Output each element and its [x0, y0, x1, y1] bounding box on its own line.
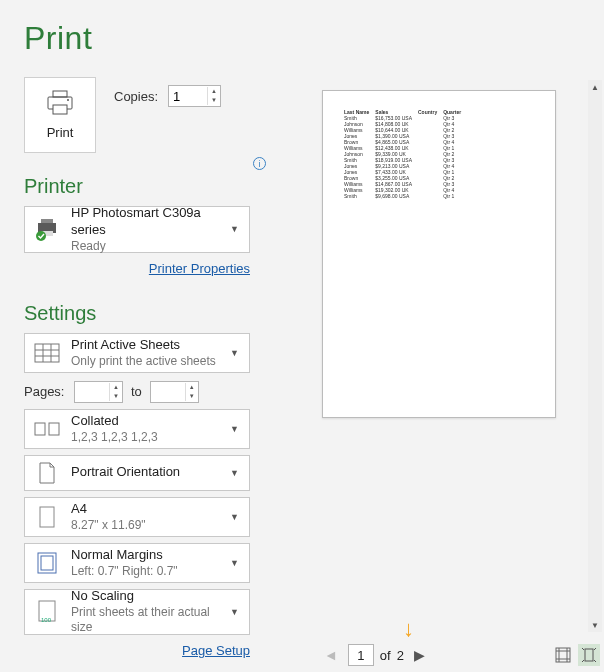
- print-what-main: Print Active Sheets: [71, 337, 218, 354]
- printer-status-icon: [33, 215, 61, 243]
- page-number-input[interactable]: 1: [348, 644, 374, 666]
- margins-main: Normal Margins: [71, 547, 218, 564]
- svg-rect-17: [41, 556, 53, 570]
- scaling-dropdown[interactable]: 100 No Scaling Print sheets at their act…: [24, 589, 250, 635]
- paper-sub: 8.27" x 11.69": [71, 518, 218, 534]
- print-panel: Print Print Copies: ▲▼ Printer i: [0, 0, 290, 672]
- spinner-down-icon[interactable]: ▼: [110, 392, 122, 401]
- svg-point-3: [67, 99, 69, 101]
- svg-rect-0: [53, 91, 67, 97]
- print-button-label: Print: [47, 125, 74, 140]
- page-setup-link[interactable]: Page Setup: [182, 643, 250, 658]
- pages-to-label: to: [129, 384, 144, 399]
- pages-from-spinner[interactable]: ▲▼: [74, 381, 123, 403]
- orientation-main: Portrait Orientation: [71, 464, 218, 481]
- spinner-down-icon[interactable]: ▼: [186, 392, 198, 401]
- chevron-down-icon: ▼: [228, 607, 241, 617]
- printer-dropdown[interactable]: HP Photosmart C309a series Ready ▼: [24, 206, 250, 253]
- print-what-sub: Only print the active sheets: [71, 354, 218, 370]
- pages-to-spinner[interactable]: ▲▼: [150, 381, 199, 403]
- spinner-up-icon[interactable]: ▲: [208, 87, 220, 96]
- paper-main: A4: [71, 501, 218, 518]
- collate-icon: [33, 415, 61, 443]
- chevron-down-icon: ▼: [228, 224, 241, 234]
- page-title: Print: [24, 20, 266, 57]
- scaling-sub: Print sheets at their actual size: [71, 605, 218, 636]
- zoom-to-page-button[interactable]: [578, 644, 600, 666]
- annotation-arrow-icon: ↓: [403, 616, 414, 642]
- svg-rect-15: [40, 507, 54, 527]
- svg-rect-8: [35, 344, 59, 362]
- printer-icon: [45, 90, 75, 119]
- print-what-dropdown[interactable]: Print Active Sheets Only print the activ…: [24, 333, 250, 373]
- info-icon[interactable]: i: [253, 157, 266, 170]
- printer-name: HP Photosmart C309a series: [71, 205, 218, 239]
- copies-spinner[interactable]: ▲▼: [168, 85, 221, 107]
- spinner-down-icon[interactable]: ▼: [208, 96, 220, 105]
- print-button[interactable]: Print: [24, 77, 96, 153]
- svg-rect-13: [35, 423, 45, 435]
- svg-rect-25: [585, 649, 593, 661]
- printer-heading: Printer: [24, 175, 266, 198]
- total-pages: 2: [397, 648, 404, 663]
- printer-properties-link[interactable]: Printer Properties: [149, 261, 250, 276]
- margins-sub: Left: 0.7" Right: 0.7": [71, 564, 218, 580]
- scaling-main: No Scaling: [71, 588, 218, 605]
- collate-dropdown[interactable]: Collated 1,2,3 1,2,3 1,2,3 ▼: [24, 409, 250, 449]
- spinner-up-icon[interactable]: ▲: [186, 383, 198, 392]
- scaling-icon: 100: [33, 598, 61, 626]
- collate-main: Collated: [71, 413, 218, 430]
- next-page-button[interactable]: ▶: [410, 647, 429, 663]
- svg-text:100: 100: [41, 617, 52, 623]
- show-margins-button[interactable]: [552, 644, 574, 666]
- chevron-down-icon: ▼: [228, 348, 241, 358]
- paper-dropdown[interactable]: A4 8.27" x 11.69" ▼: [24, 497, 250, 537]
- svg-rect-2: [53, 105, 67, 114]
- margins-dropdown[interactable]: Normal Margins Left: 0.7" Right: 0.7" ▼: [24, 543, 250, 583]
- svg-rect-5: [41, 219, 53, 223]
- pages-to-input[interactable]: [151, 382, 185, 402]
- sheets-icon: [33, 339, 61, 367]
- portrait-icon: [33, 459, 61, 487]
- copies-input[interactable]: [169, 86, 207, 106]
- chevron-down-icon: ▼: [228, 512, 241, 522]
- svg-rect-20: [556, 648, 570, 662]
- svg-rect-14: [49, 423, 59, 435]
- scrollbar[interactable]: ▲ ▼: [588, 80, 602, 632]
- preview-page: Last NameSalesCountryQuarterSmith$16,753…: [322, 90, 556, 418]
- svg-point-7: [36, 231, 46, 241]
- orientation-dropdown[interactable]: Portrait Orientation ▼: [24, 455, 250, 491]
- pages-label: Pages:: [24, 384, 68, 399]
- margins-icon: [33, 549, 61, 577]
- copies-label: Copies:: [114, 89, 158, 104]
- paper-icon: [33, 503, 61, 531]
- scroll-up-icon[interactable]: ▲: [588, 80, 602, 94]
- chevron-down-icon: ▼: [228, 558, 241, 568]
- pages-from-input[interactable]: [75, 382, 109, 402]
- prev-page-button[interactable]: ◄: [320, 647, 342, 663]
- settings-heading: Settings: [24, 302, 266, 325]
- spinner-up-icon[interactable]: ▲: [110, 383, 122, 392]
- printer-status: Ready: [71, 239, 218, 255]
- scroll-down-icon[interactable]: ▼: [588, 618, 602, 632]
- collate-sub: 1,2,3 1,2,3 1,2,3: [71, 430, 218, 446]
- of-label: of: [380, 648, 391, 663]
- page-navigator: ◄ 1 of 2 ▶: [290, 644, 588, 666]
- chevron-down-icon: ▼: [228, 424, 241, 434]
- preview-pane: ▲ ▼ Last NameSalesCountryQuarterSmith$16…: [290, 0, 604, 672]
- chevron-down-icon: ▼: [228, 468, 241, 478]
